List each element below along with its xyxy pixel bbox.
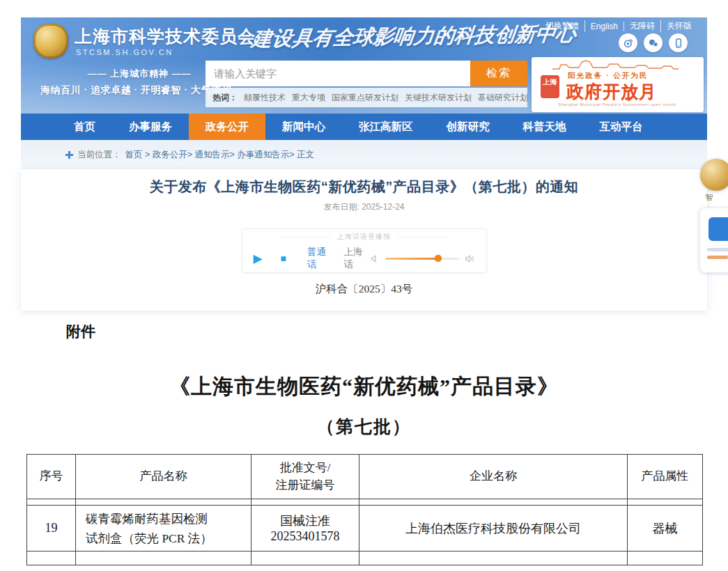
banner-shanghai-logo: 上海 (541, 75, 559, 98)
nav-item[interactable]: 政务公开 (189, 114, 265, 140)
link-traditional-chinese[interactable]: 切换繁體 (540, 20, 585, 32)
table-cell-empty (76, 499, 251, 506)
hot-word[interactable]: 基础研究计划 (478, 92, 527, 104)
page: 上海市科学技术委员会 STCSM.SH.GOV.CN 建设具有全球影响力的科技创… (0, 0, 728, 571)
cell-product: 碳青霉烯耐药基因检测 试剂盒（荧光 PCR 法） (76, 506, 251, 552)
cell-no: 19 (27, 506, 76, 552)
smart-assistant-icon[interactable] (700, 159, 728, 191)
nav-item[interactable]: 张江高新区 (342, 114, 430, 140)
player-caption: 上海话语音播报 (337, 232, 391, 242)
table-cell-empty (251, 499, 359, 506)
hot-word[interactable]: 颠覆性技术 (244, 92, 286, 104)
weibo-icon[interactable] (619, 33, 637, 52)
hot-words-label: 热词： (212, 92, 238, 104)
social-icons (619, 33, 688, 52)
table-cell-empty (27, 499, 76, 506)
nav-item[interactable]: 新闻中心 (265, 114, 342, 140)
nav-item[interactable]: 首页 (57, 114, 112, 140)
cell-product-line1: 碳青霉烯耐药基因检测 (86, 509, 241, 529)
cell-company: 上海伯杰医疗科技股份有限公司 (359, 506, 628, 552)
cell-product-line2: 试剂盒（荧光 PCR 法） (86, 529, 241, 548)
nav-item[interactable]: 科普天地 (506, 114, 583, 140)
link-care-version[interactable]: 关怀版 (661, 20, 697, 32)
divider (398, 237, 447, 237)
col-header-company: 企业名称 (359, 455, 628, 499)
search-button[interactable]: 检索 (470, 61, 527, 86)
banner-tagline: 阳光政务 · 公开为民 (568, 71, 648, 81)
divider (707, 256, 728, 259)
breadcrumb-label: 当前位置： (77, 149, 121, 161)
banner-title: 政府开放月 (566, 80, 657, 103)
search-area: 检索 热词： 颠覆性技术 重大专项 国家重点研发计划 关键技术研发计划 基础研究… (206, 61, 527, 107)
nav-item[interactable]: 创新研究 (430, 114, 506, 140)
mobile-icon[interactable] (669, 33, 688, 52)
link-english[interactable]: English (585, 22, 624, 31)
col-header-approval-line2: 注册证编号 (256, 477, 355, 494)
table-cell-empty (27, 552, 76, 565)
cell-approval-line1: 国械注准 (256, 513, 355, 529)
skyline-icon (551, 59, 680, 70)
site-slogan: 建设具有全球影响力的科技创新中心 (250, 20, 554, 53)
stop-icon[interactable]: ■ (281, 253, 286, 263)
document-number: 沪科合〔2025〕43号 (21, 282, 707, 297)
col-header-approval: 批准文号/ 注册证编号 (251, 455, 359, 499)
cell-approval: 国械注准 20253401578 (251, 506, 359, 552)
breadcrumb: 当前位置： 首页 > 政务公开> 通知告示> 办事通知告示> 正文 (65, 149, 314, 161)
site-domain: STCSM.SH.GOV.CN (76, 48, 173, 56)
table-cell-empty (359, 552, 628, 565)
cell-approval-line2: 20253401578 (256, 529, 355, 544)
table-spacer-row (27, 499, 703, 506)
lang-shanghainese-toggle[interactable]: 上海话 (344, 246, 371, 271)
publish-date: 发布日期: 2025-12-24 (21, 201, 707, 213)
floating-app-widget[interactable] (699, 208, 728, 273)
table-row: 19 碳青霉烯耐药基因检测 试剂盒（荧光 PCR 法） 国械注准 2025340… (27, 506, 703, 552)
nav-item[interactable]: 办事服务 (112, 114, 189, 140)
col-header-attribute: 产品属性 (628, 455, 703, 499)
location-icon (65, 151, 73, 159)
top-links: 切换繁體 English 无障碍 关怀版 (540, 20, 697, 32)
smart-assistant-label: 智 (705, 192, 713, 203)
table-row-partial (27, 552, 703, 565)
hot-word[interactable]: 关键技术研发计划 (405, 92, 472, 104)
product-table: 序号 产品名称 批准文号/ 注册证编号 企业名称 产品属性 19 碳青霉烯耐药基… (26, 454, 703, 565)
app-qr-icon (708, 217, 728, 241)
main-nav: 首页 办事服务 政务公开 新闻中心 张江高新区 创新研究 科普天地 互动平台 (21, 114, 707, 140)
lang-mandarin-toggle[interactable]: 普通话 (307, 246, 334, 271)
cell-attribute: 器械 (628, 506, 703, 552)
table-cell-empty (628, 499, 703, 506)
hot-word[interactable]: 重大专项 (292, 92, 325, 104)
site-logo-icon[interactable] (33, 24, 68, 58)
catalog-subtitle: （第七批） (0, 415, 728, 438)
site-name: 上海市科学技术委员会 (75, 25, 256, 48)
volume-slider[interactable] (385, 258, 460, 260)
volume-knob[interactable] (435, 255, 442, 262)
gov-open-month-banner[interactable]: 上海 阳光政务 · 公开为民 政府开放月 Shanghai Municipal … (532, 57, 704, 112)
volume-speaker-icon[interactable] (465, 253, 474, 264)
table-cell-empty (628, 552, 703, 565)
table-header-row: 序号 产品名称 批准文号/ 注册证编号 企业名称 产品属性 (27, 455, 703, 499)
col-header-approval-line1: 批准文号/ (256, 460, 355, 477)
table-cell-empty (359, 499, 628, 506)
banner-subtitle: Shanghai Municipal People's Government o… (558, 102, 676, 107)
divider (281, 237, 330, 237)
catalog-title: 《上海市生物医药“新优药械”产品目录》 (0, 373, 728, 401)
breadcrumb-path[interactable]: 首页 > 政务公开> 通知告示> 办事通知告示> 正文 (125, 149, 315, 161)
site-header: 上海市科学技术委员会 STCSM.SH.GOV.CN 建设具有全球影响力的科技创… (21, 17, 707, 114)
divider (707, 248, 728, 251)
hot-words-bar: 热词： 颠覆性技术 重大专项 国家重点研发计划 关键技术研发计划 基础研究计划 (206, 88, 527, 107)
hot-word[interactable]: 国家重点研发计划 (332, 92, 398, 104)
article-title: 关于发布《上海市生物医药“新优药械”产品目录》（第七批）的通知 (21, 178, 707, 196)
wechat-icon[interactable] (644, 33, 663, 52)
audio-player: 上海话语音播报 ▶ ■ 普通话 上海话 (242, 228, 487, 273)
search-input[interactable] (206, 61, 470, 86)
volume-mute-icon[interactable] (371, 254, 379, 263)
col-header-no: 序号 (27, 455, 76, 499)
city-spirit-title: —— 上海城市精神 —— (49, 68, 230, 80)
table-cell-empty (76, 552, 251, 565)
volume-fill (385, 258, 439, 260)
col-header-product: 产品名称 (76, 455, 251, 499)
nav-item[interactable]: 互动平台 (583, 114, 660, 140)
play-icon[interactable]: ▶ (254, 253, 263, 265)
link-accessibility[interactable]: 无障碍 (624, 20, 661, 32)
article-card: 关于发布《上海市生物医药“新优药械”产品目录》（第七批）的通知 发布日期: 20… (21, 169, 707, 311)
